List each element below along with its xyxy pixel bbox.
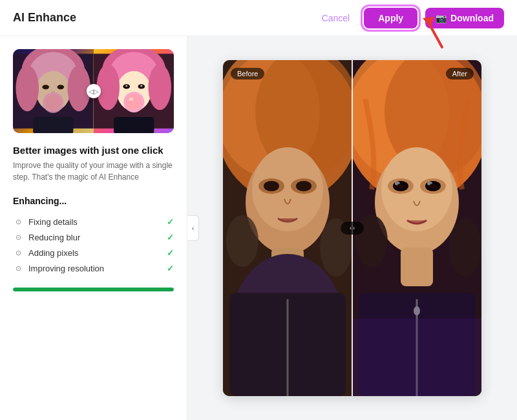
svg-rect-43	[223, 60, 352, 396]
svg-rect-12	[33, 117, 73, 133]
progress-bar-container	[13, 288, 174, 291]
step-item-fixing: ⊙ Fixing details ✓	[13, 214, 174, 229]
comparison-container[interactable]: ‹ › Before After	[223, 60, 481, 396]
svg-point-8	[42, 85, 49, 89]
check-blur: ✓	[167, 233, 174, 242]
svg-point-65	[449, 218, 481, 277]
header-actions: Cancel Apply 📷 Download	[315, 8, 504, 28]
after-image	[352, 60, 481, 396]
page-title: AI Enhance	[13, 11, 76, 25]
step-label-pixels: Adding pixels	[28, 248, 78, 258]
svg-point-25	[129, 98, 133, 101]
step-list: ⊙ Fixing details ✓ ⊙ Reducing blur ✓ ⊙ A…	[13, 214, 174, 276]
check-fixing: ✓	[167, 217, 174, 227]
svg-point-6	[16, 65, 39, 111]
svg-point-22	[140, 85, 143, 87]
progress-bar-fill	[13, 288, 174, 291]
fixing-icon: ⊙	[13, 216, 23, 227]
preview-before	[13, 49, 94, 133]
feature-title: Better images with just one click	[13, 145, 174, 156]
cancel-button[interactable]: Cancel	[315, 9, 357, 27]
svg-rect-59	[401, 247, 433, 286]
download-icon: 📷	[436, 13, 447, 23]
collapse-handle[interactable]: ‹	[187, 215, 199, 241]
svg-point-11	[45, 94, 61, 110]
step-label-resolution: Improving resolution	[28, 264, 104, 273]
svg-point-24	[125, 94, 142, 110]
step-label-fixing: Fixing details	[28, 217, 78, 227]
apply-button[interactable]: Apply	[364, 8, 417, 28]
svg-rect-66	[352, 319, 481, 396]
main-layout: ◁▷ Better images with just one click Imp…	[0, 36, 517, 420]
after-label: After	[446, 68, 474, 79]
resolution-icon: ⊙	[13, 263, 23, 273]
step-label-blur: Reducing blur	[28, 233, 80, 242]
step-item-resolution: ⊙ Improving resolution ✓	[13, 260, 174, 276]
compare-handle[interactable]: ‹ ›	[341, 222, 364, 235]
feature-desc: Improve the quality of your image with a…	[13, 160, 174, 183]
svg-point-9	[57, 85, 64, 89]
download-label: Download	[450, 13, 494, 23]
handle-left-icon: ‹	[350, 225, 352, 231]
download-button[interactable]: 📷 Download	[425, 8, 504, 28]
svg-point-58	[429, 184, 437, 190]
svg-rect-26	[114, 117, 154, 133]
step-item-blur: ⊙ Reducing blur ✓	[13, 229, 174, 245]
sidebar: ◁▷ Better images with just one click Imp…	[0, 36, 187, 420]
preview-image: ◁▷	[13, 49, 174, 133]
preview-after	[94, 49, 174, 133]
pixels-icon: ⊙	[13, 247, 23, 258]
enhancing-title: Enhancing...	[13, 196, 174, 206]
blur-icon: ⊙	[13, 232, 23, 242]
content-area: ‹	[187, 36, 517, 420]
before-label: Before	[231, 68, 264, 79]
header: AI Enhance Cancel Apply 📷 Download	[0, 0, 517, 36]
svg-point-18	[148, 64, 171, 110]
collapse-icon: ‹	[192, 224, 195, 232]
handle-right-icon: ›	[353, 225, 355, 231]
svg-point-57	[397, 184, 405, 190]
svg-point-21	[125, 85, 127, 87]
before-image	[223, 60, 352, 396]
step-item-pixels: ⊙ Adding pixels ✓	[13, 245, 174, 260]
preview-split-icon: ◁▷	[87, 84, 101, 98]
svg-point-17	[96, 64, 120, 110]
check-resolution: ✓	[167, 264, 174, 273]
check-pixels: ✓	[167, 248, 174, 258]
